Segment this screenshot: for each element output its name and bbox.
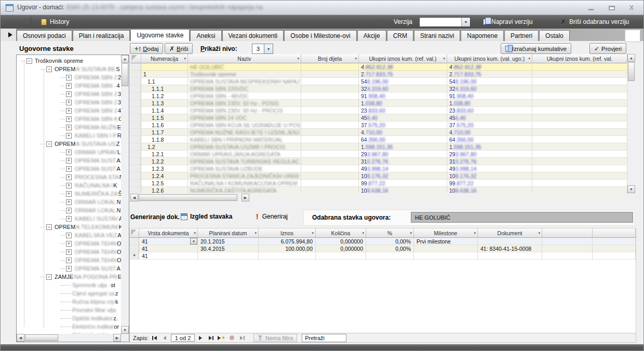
cell-numeracija[interactable]: 1.2.4 — [141, 172, 188, 180]
table-row[interactable]: 1.1.2 OPREMA SBN - 48VDC 91.908,40 91.90… — [130, 92, 627, 100]
tab[interactable]: Osnovni podaci — [17, 30, 72, 41]
cell-broj-dijela[interactable] — [301, 187, 359, 193]
cell-iznos-extra[interactable] — [532, 151, 627, 158]
tree-item[interactable]: + OPREMA SUST A — [17, 156, 121, 165]
table-row[interactable]: 1.1.6 OPREMA SBN KOJA SE UGRAĐUJE U POS … — [130, 122, 627, 129]
cell-naziv[interactable]: OPREMA SBN KOJA SE UGRAĐUJE U POS — [188, 122, 301, 129]
cell-dokument[interactable] — [478, 252, 542, 260]
cell-iznos-extra[interactable] — [532, 158, 627, 165]
table-row[interactable]: 41▾ 20.1.2015 6.075.994,80 0,000000 0,00… — [130, 238, 636, 245]
expander-icon[interactable]: + — [66, 216, 72, 222]
next-record-button[interactable] — [196, 334, 205, 342]
expander-icon[interactable]: + — [66, 183, 72, 188]
cell-numeracija[interactable]: 1.1.1 — [141, 85, 188, 92]
cell-iznos[interactable] — [259, 252, 316, 260]
cell-naziv[interactable]: HE GOLUBIĆ — [188, 63, 301, 71]
tree-item[interactable]: + OPREMA SUST A — [17, 264, 121, 273]
filter-indicator[interactable]: Nema filtra — [253, 334, 297, 342]
tree-item[interactable]: + OPREMA SBN 2 2 — [17, 73, 121, 82]
nivo-combo[interactable]: 3 ▾ — [252, 44, 273, 54]
cell-naziv[interactable]: PROCESNA STANICA ZAJEDNIČKIH UREĐ — [188, 172, 301, 180]
expander-icon[interactable]: − — [46, 274, 52, 280]
tab[interactable]: Osobe i Milestone-ovi — [284, 30, 356, 41]
cell-broj-dijela[interactable] — [301, 136, 359, 143]
expander-icon[interactable]: + — [66, 75, 72, 80]
table-row[interactable]: 1.2.5 RAČUNALNA I KOMUNIKACIJSKA OPREM 9… — [130, 180, 627, 187]
tree-item[interactable]: + OPREMA SBN 2 3 — [17, 90, 121, 98]
cell-broj-dijela[interactable] — [301, 180, 359, 187]
history-button[interactable]: History — [41, 15, 69, 29]
tree-item[interactable]: − OPREM A SUSTAVA US Z — [17, 140, 121, 148]
table-row[interactable]: 1.1.5 OPREMA SBN 24 VDC 456,40 456,40 — [130, 114, 627, 122]
cell-postotak[interactable] — [366, 252, 414, 260]
cell-naziv[interactable]: Troškovnik opreme — [188, 71, 301, 78]
row-selector[interactable] — [130, 100, 141, 107]
cell-broj-dijela[interactable] — [301, 85, 359, 92]
row-selector[interactable] — [130, 71, 141, 78]
row-selector[interactable] — [130, 107, 141, 114]
cell-iznos-ugo[interactable]: 293.967,80 — [447, 151, 532, 158]
expander-icon[interactable]: + — [66, 208, 72, 213]
column-header-broj-dijela[interactable]: Broj dijela▾ — [301, 54, 359, 63]
cell-broj-dijela[interactable] — [301, 165, 359, 172]
cell-numeracija[interactable]: 1.1.3 — [141, 100, 188, 107]
expander-icon[interactable]: + — [66, 174, 72, 180]
cell-iznos-ref[interactable]: 108.176,32 — [359, 172, 447, 180]
cell-iznos-extra[interactable] — [532, 180, 627, 187]
cell-kolicina[interactable]: 0,000000 — [316, 245, 366, 252]
cell-iznos-ugo[interactable]: 324.319,60 — [447, 85, 532, 92]
expander-icon[interactable]: + — [66, 191, 72, 197]
row-selector[interactable] — [130, 238, 139, 245]
cell-iznos-ref[interactable]: 4.862.912,38 — [359, 63, 447, 71]
cell-broj-dijela[interactable] — [301, 71, 359, 78]
scrollbar-thumb[interactable] — [139, 194, 237, 201]
column-header-vrsta[interactable]: Vrsta dokumenta▾ — [139, 228, 198, 238]
table-row[interactable]: HE GOLUBIĆ 4.862.912,38 4.862.912,38 — [130, 63, 627, 71]
row-selector[interactable] — [130, 180, 141, 187]
expander-icon[interactable]: + — [66, 116, 72, 122]
table-row[interactable]: 1.1.3 OPREMA SBN 230V, 50 Hz - POSIS 1.0… — [130, 100, 627, 107]
cell-numeracija[interactable]: 1.2.6 — [141, 187, 188, 193]
expander-icon[interactable]: + — [66, 258, 72, 263]
row-selector[interactable] — [130, 252, 139, 260]
cell-vrsta[interactable]: 41▾ — [139, 252, 198, 260]
table-row[interactable]: 1.1.7 OPREMA NUŽNE RASVJETE I UZEMLJENJ … — [130, 129, 627, 136]
izgled-stavaka-button[interactable]: Izgled stavaka — [181, 213, 232, 220]
row-selector[interactable] — [130, 151, 141, 158]
cell-naziv[interactable]: RAČUNALNA I KOMUNIKACIJSKA OPREM — [188, 180, 301, 187]
expander-icon[interactable]: + — [66, 83, 72, 89]
cell-iznos-ugo[interactable]: 310.276,76 — [447, 158, 532, 165]
cell-iznos-extra[interactable] — [532, 129, 627, 136]
cell-numeracija[interactable]: 1.1.7 — [141, 129, 188, 136]
cell-vrsta[interactable]: 41▾ — [139, 245, 198, 252]
column-header-iznos-ref[interactable]: Ukupni iznos kum. (ref. val.)▾ — [359, 54, 447, 63]
tab[interactable]: Ostalo — [539, 30, 570, 41]
tab[interactable]: Partneri — [504, 30, 539, 41]
table-row[interactable]: 1 Troškovnik opreme 2.717.833,75 2.717.8… — [130, 71, 627, 78]
cell-naziv[interactable]: NUMERIČKA ZAŠTITA AGREGATA — [188, 187, 301, 193]
cell-naziv[interactable]: OPREMA SUSTAVA TURBINSKE REGULAC — [188, 158, 301, 165]
cell-iznos-ugo[interactable]: 4.862.912,38 — [447, 63, 532, 71]
cell-numeracija[interactable]: 1.1.2 — [141, 92, 188, 100]
cell-milestone[interactable] — [414, 252, 478, 260]
verzija-combo[interactable]: ▾ — [419, 15, 471, 29]
tree-item[interactable]: + OPREMA NUŽN E — [17, 123, 121, 131]
tree-item[interactable]: + OPREMA SUST A — [17, 165, 121, 173]
tree-item[interactable]: − OPREM A TELEKOMUNI K — [17, 223, 121, 231]
maximize-button[interactable] — [604, 4, 620, 12]
izracunaj-kumulative-button[interactable]: Izračunaj kumulative — [501, 43, 571, 54]
row-selector[interactable] — [130, 85, 141, 92]
expander-icon[interactable]: + — [66, 166, 72, 172]
table-row[interactable]: 1.1.4 OPREMA SBN 230V, 50 Hz - PROCIS 23… — [130, 107, 627, 114]
row-selector[interactable] — [130, 63, 141, 71]
last-record-button[interactable] — [207, 334, 216, 342]
cell-numeracija[interactable]: 1.1.8 — [141, 136, 188, 143]
cell-broj-dijela[interactable] — [301, 129, 359, 136]
cell-numeracija[interactable]: 1.1 — [141, 78, 188, 85]
tree-item[interactable]: Spremnik ulja - st — [17, 281, 121, 289]
tree-item[interactable]: + ORMAR LOKAL N — [17, 198, 121, 206]
table-row[interactable]: 1.1 OPREMA SUSTAVA BESPREKIDNIH NAPAJ 54… — [130, 78, 627, 85]
expander-icon[interactable]: − — [46, 224, 52, 230]
cell-datum[interactable]: 20.1.2015 — [198, 238, 259, 245]
column-header-kolicina[interactable]: Količina▾ — [316, 228, 366, 238]
